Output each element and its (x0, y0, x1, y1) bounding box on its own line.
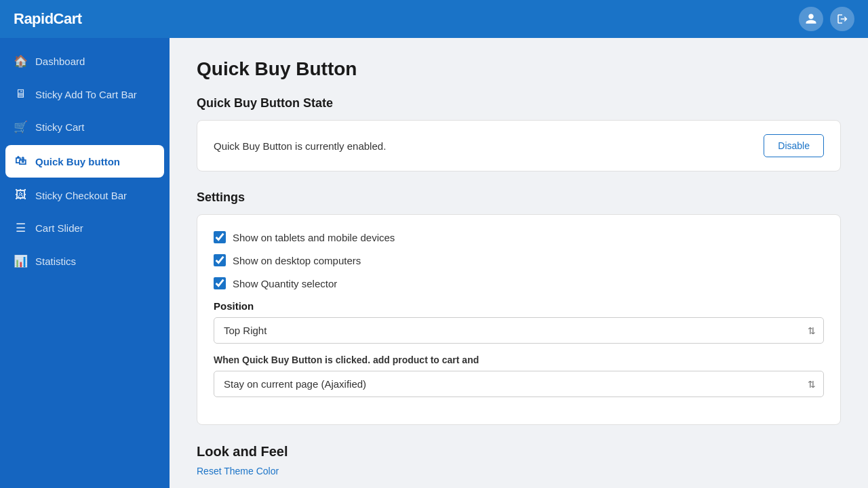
sidebar-icon-dashboard: 🏠 (14, 54, 27, 68)
settings-section-title: Settings (197, 190, 841, 205)
checkbox-tablets: Show on tablets and mobile devices (214, 231, 824, 243)
sidebar-icon-sticky-add-to-cart-bar: 🖥 (14, 87, 27, 101)
checkbox-quantity: Show Quantity selector (214, 277, 824, 289)
settings-card: Show on tablets and mobile devices Show … (197, 214, 841, 425)
state-section-title: Quick Buy Button State (197, 96, 841, 110)
sidebar: 🏠Dashboard🖥Sticky Add To Cart Bar🛒Sticky… (0, 38, 170, 488)
checkbox-desktop-label: Show on desktop computers (233, 255, 361, 266)
header-actions (799, 7, 854, 31)
sidebar-item-statistics[interactable]: 📊Statistics (0, 245, 170, 278)
position-label: Position (214, 300, 824, 312)
sidebar-label-sticky-cart: Sticky Cart (35, 121, 85, 133)
position-select-wrapper: Top Right Top Left Bottom Right Bottom L… (214, 317, 824, 344)
action-select-wrapper: Stay on current page (Ajaxified) Go to c… (214, 371, 824, 397)
app-header: RapidCart (0, 0, 868, 38)
sidebar-label-sticky-checkout-bar: Sticky Checkout Bar (35, 190, 127, 201)
sidebar-icon-quick-buy-button: 🛍 (14, 155, 27, 168)
user-icon-button[interactable] (799, 7, 823, 31)
sidebar-label-cart-slider: Cart Slider (35, 222, 83, 234)
page-title: Quick Buy Button (197, 58, 841, 80)
main-content: Quick Buy Button Quick Buy Button State … (170, 38, 868, 488)
sidebar-label-dashboard: Dashboard (35, 56, 85, 67)
sidebar-item-sticky-checkout-bar[interactable]: 🖼Sticky Checkout Bar (0, 179, 170, 211)
disable-button[interactable]: Disable (764, 134, 824, 157)
state-card: Quick Buy Button is currently enabled. D… (197, 120, 841, 171)
checkbox-tablets-label: Show on tablets and mobile devices (233, 232, 395, 243)
position-select[interactable]: Top Right Top Left Bottom Right Bottom L… (214, 317, 824, 344)
checkbox-tablets-input[interactable] (214, 231, 226, 243)
sidebar-icon-sticky-checkout-bar: 🖼 (14, 188, 27, 202)
checkbox-desktop: Show on desktop computers (214, 254, 824, 266)
sidebar-label-quick-buy-button: Quick Buy button (35, 156, 120, 167)
app-logo: RapidCart (14, 10, 82, 28)
action-select[interactable]: Stay on current page (Ajaxified) Go to c… (214, 371, 824, 397)
status-text: Quick Buy Button is currently enabled. (214, 140, 386, 152)
sidebar-item-sticky-cart[interactable]: 🛒Sticky Cart (0, 110, 170, 144)
sidebar-icon-statistics: 📊 (14, 254, 27, 268)
sidebar-icon-cart-slider: ☰ (14, 221, 27, 235)
checkbox-quantity-label: Show Quantity selector (233, 278, 337, 289)
main-layout: 🏠Dashboard🖥Sticky Add To Cart Bar🛒Sticky… (0, 38, 868, 488)
sidebar-item-quick-buy-button[interactable]: 🛍Quick Buy button (5, 145, 164, 178)
checkbox-quantity-input[interactable] (214, 277, 226, 289)
sidebar-item-dashboard[interactable]: 🏠Dashboard (0, 45, 170, 78)
look-feel-title: Look and Feel (197, 444, 841, 460)
reset-theme-color-link[interactable]: Reset Theme Color (197, 466, 279, 476)
sidebar-label-sticky-add-to-cart-bar: Sticky Add To Cart Bar (35, 89, 137, 100)
sidebar-icon-sticky-cart: 🛒 (14, 120, 27, 134)
sidebar-label-statistics: Statistics (35, 256, 76, 267)
sidebar-item-sticky-add-to-cart-bar[interactable]: 🖥Sticky Add To Cart Bar (0, 78, 170, 110)
when-label: When Quick Buy Button is clicked. add pr… (214, 354, 824, 365)
checkbox-desktop-input[interactable] (214, 254, 226, 266)
logout-icon-button[interactable] (830, 7, 854, 31)
sidebar-item-cart-slider[interactable]: ☰Cart Slider (0, 211, 170, 245)
